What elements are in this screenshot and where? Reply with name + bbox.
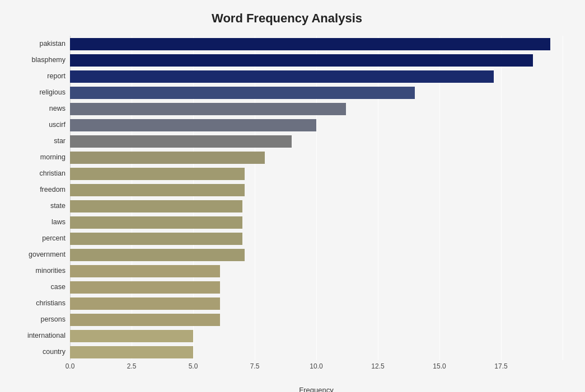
bar-row [70,232,563,246]
y-label: laws [11,215,65,230]
bar-row [70,280,563,295]
bar [70,103,346,115]
y-label: report [11,69,65,84]
grid-line [316,36,317,360]
bar-row [70,215,563,230]
grid-line [501,36,502,360]
bar-row [70,118,563,133]
y-label: star [11,134,65,149]
y-label: christians [11,296,65,311]
bar [70,119,316,131]
bar-row [70,248,563,262]
bar-row [70,183,563,197]
y-label: news [11,102,65,116]
grid-line [439,36,440,360]
bar [70,168,245,180]
x-tick: 10.0 [310,362,322,370]
bar-row [70,329,563,343]
bar [70,233,242,245]
bar [70,54,533,67]
bar [70,184,245,196]
y-label: international [11,329,65,343]
bar [70,70,494,83]
grid-line [255,36,255,360]
bar [70,216,242,229]
bar-row [70,150,563,165]
y-label: case [11,280,65,295]
bar [70,38,550,50]
y-label: freedom [11,183,65,197]
bar [70,281,220,294]
bar-row [70,264,563,278]
y-label: minorities [11,264,65,278]
x-tick: 15.0 [433,362,446,370]
grid-line [193,36,194,360]
y-axis: pakistanblasphemyreportreligiousnewsusci… [11,36,70,360]
bar [70,265,220,277]
bar [70,330,193,342]
y-label: persons [11,313,65,327]
x-tick: 5.0 [189,362,198,370]
bar [70,297,220,310]
bar [70,314,220,326]
bar-row [70,199,563,214]
y-label: country [11,345,65,360]
y-label: state [11,199,65,214]
bar-row [70,69,563,84]
x-tick: 2.5 [127,362,137,370]
y-label: percent [11,232,65,246]
x-axis: 0.02.55.07.510.012.515.017.5 [70,362,563,374]
y-label: morning [11,150,65,165]
bar-row [70,53,563,68]
y-label: pakistan [11,37,65,51]
bar [70,200,242,212]
chart-area: pakistanblasphemyreportreligiousnewsusci… [11,36,563,360]
y-label: blasphemy [11,53,65,68]
bar-row [70,102,563,116]
x-tick: 17.5 [494,362,507,370]
bar [70,249,245,261]
grid-line [70,36,71,360]
y-label: religious [11,86,65,100]
grid-line [563,36,563,360]
bar-row [70,313,563,327]
bars-and-grid [70,36,563,360]
bar-row [70,86,563,100]
y-label: christian [11,167,65,181]
x-tick: 0.0 [65,362,75,370]
chart-title: Word Frequency Analysis [11,11,563,26]
x-tick: 12.5 [371,362,384,370]
bar-row [70,134,563,149]
y-label: government [11,248,65,262]
bar-row [70,296,563,311]
bar-row [70,167,563,181]
bar [70,87,415,99]
bar [70,346,193,358]
bar [70,152,265,164]
x-tick: 7.5 [250,362,260,370]
chart-container: Word Frequency Analysis pakistanblasphem… [0,0,585,392]
bar [70,135,292,148]
bar-row [70,345,563,360]
grid-line [378,36,378,360]
y-label: uscirf [11,118,65,133]
grid-line [132,36,132,360]
x-axis-label: Frequency [70,386,563,392]
bar-row [70,37,563,51]
